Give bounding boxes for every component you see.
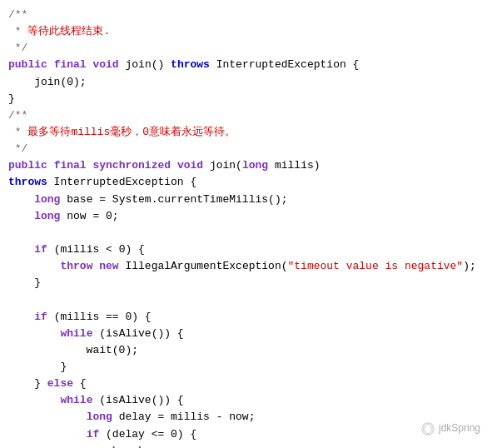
code-line: wait(0); [8, 342, 484, 359]
code-line: } [8, 275, 484, 291]
code-line: } else { [8, 376, 484, 392]
watermark: jdkSpring [420, 421, 480, 436]
code-line: long delay = millis - now; [8, 409, 484, 426]
code-line: if (millis == 0) { [8, 309, 484, 326]
code-line: throws InterruptedException { [8, 174, 484, 191]
code-line: while (isAlive()) { [8, 326, 484, 342]
watermark-icon [420, 421, 435, 436]
code-line: if (millis < 0) { [8, 241, 484, 258]
code-line: public final void join() throws Interrup… [8, 57, 484, 73]
code-line: long base = System.currentTimeMillis(); [8, 192, 484, 208]
code-line: throw new IllegalArgumentException("time… [8, 258, 484, 275]
code-line: } [8, 359, 484, 376]
code-line: * 等待此线程结束. [8, 23, 484, 40]
code-line: while (isAlive()) { [8, 392, 484, 409]
code-line: * 最多等待millis毫秒，0意味着永远等待。 [8, 124, 484, 141]
code-line [8, 225, 484, 241]
code-line: /** [8, 107, 484, 124]
code-line: */ [8, 40, 484, 57]
code-line [8, 291, 484, 308]
code-line: break; [8, 443, 484, 448]
code-line: long now = 0; [8, 208, 484, 225]
svg-point-2 [421, 421, 434, 436]
code-line: } [8, 91, 484, 107]
code-line: public final synchronized void join(long… [8, 157, 484, 174]
code-line: join(0); [8, 74, 484, 91]
code-line: if (delay <= 0) { [8, 426, 484, 443]
code-container: /** * 等待此线程结束. */public final void join(… [0, 0, 492, 448]
watermark-text: jdkSpring [439, 421, 480, 436]
code-line: /** [8, 7, 484, 23]
code-line: */ [8, 141, 484, 157]
